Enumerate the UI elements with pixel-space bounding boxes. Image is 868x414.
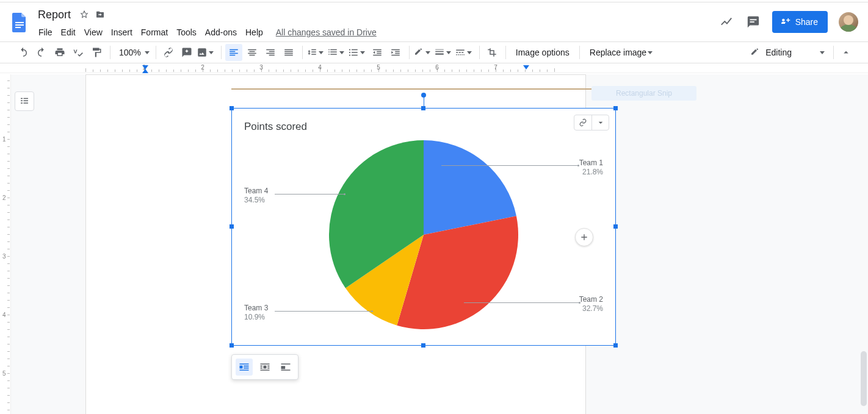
svg-rect-2 xyxy=(15,27,21,28)
insert-image-button[interactable] xyxy=(197,44,216,61)
numbered-list-button[interactable] xyxy=(327,44,347,61)
separator xyxy=(833,46,834,59)
selected-chart-object[interactable]: Points scored Team 121.8% Team 232.7% xyxy=(231,108,616,346)
rotation-handle[interactable] xyxy=(421,93,426,98)
bulleted-list-button[interactable] xyxy=(348,44,367,61)
svg-point-7 xyxy=(349,54,350,55)
align-justify-button[interactable] xyxy=(280,44,297,61)
separator xyxy=(302,46,303,59)
svg-point-5 xyxy=(349,49,350,50)
separator xyxy=(221,46,222,59)
collapse-toolbar-button[interactable] xyxy=(837,44,855,61)
image-options-button[interactable]: Image options xyxy=(510,44,576,61)
resize-handle-bm[interactable] xyxy=(421,343,425,348)
zoom-select[interactable]: 100% xyxy=(114,48,152,57)
align-center-button[interactable] xyxy=(244,44,261,61)
snip-label: Rectangular Snip xyxy=(616,89,672,98)
menu-insert[interactable]: Insert xyxy=(107,25,137,40)
align-right-button[interactable] xyxy=(262,44,279,61)
menu-bar: File Edit View Insert Format Tools Add-o… xyxy=(34,24,377,40)
comments-icon[interactable] xyxy=(745,14,761,30)
border-dash-button[interactable] xyxy=(455,44,474,61)
toolbar: 100% Image options Replace image Editing xyxy=(0,41,868,63)
slice-label-team2: Team 232.7% xyxy=(579,295,603,313)
separator xyxy=(156,46,156,59)
menu-edit[interactable]: Edit xyxy=(57,25,80,40)
slice-label-team1: Team 121.8% xyxy=(579,159,603,177)
leader-line xyxy=(464,302,580,303)
spellcheck-button[interactable] xyxy=(70,44,87,61)
separator xyxy=(479,46,480,59)
svg-point-6 xyxy=(349,52,350,53)
chevron-down-icon xyxy=(209,51,214,54)
chevron-down-icon xyxy=(648,51,653,54)
move-icon[interactable] xyxy=(94,9,106,21)
chevron-down-icon xyxy=(145,51,150,54)
paint-format-button[interactable] xyxy=(88,44,105,61)
account-avatar[interactable] xyxy=(839,12,858,32)
outline-panel xyxy=(15,91,39,111)
svg-rect-4 xyxy=(750,21,754,23)
zoom-value: 100% xyxy=(119,48,141,57)
insert-link-button[interactable] xyxy=(160,44,177,61)
menu-file[interactable]: File xyxy=(34,25,57,40)
wrap-text-button[interactable] xyxy=(256,359,273,376)
print-button[interactable] xyxy=(51,44,68,61)
undo-button[interactable] xyxy=(15,44,32,61)
resize-handle-mr[interactable] xyxy=(613,224,618,229)
resize-handle-tm[interactable] xyxy=(421,106,425,110)
mode-select[interactable]: Editing xyxy=(745,47,830,58)
resize-handle-tl[interactable] xyxy=(230,106,234,110)
leader-line xyxy=(275,311,372,312)
inline-wrap-button[interactable] xyxy=(236,359,253,376)
menu-addons[interactable]: Add-ons xyxy=(201,25,241,40)
border-weight-button[interactable] xyxy=(434,44,454,61)
replace-image-button[interactable]: Replace image xyxy=(584,44,659,61)
line-spacing-button[interactable] xyxy=(306,44,326,61)
add-comment-fab[interactable] xyxy=(575,228,593,246)
separator xyxy=(110,46,110,59)
share-label: Share xyxy=(795,17,818,27)
border-color-button[interactable] xyxy=(413,44,433,61)
leader-line xyxy=(441,165,579,166)
chevron-down-icon xyxy=(319,51,324,54)
chart-options-icon[interactable] xyxy=(591,115,609,130)
resize-handle-ml[interactable] xyxy=(230,224,234,229)
indent-decrease-button[interactable] xyxy=(369,44,386,61)
resize-handle-bl[interactable] xyxy=(230,343,234,348)
resize-handle-tr[interactable] xyxy=(613,106,618,110)
vertical-ruler[interactable]: 12345 xyxy=(0,74,11,414)
separator xyxy=(409,46,410,59)
redo-button[interactable] xyxy=(33,44,50,61)
break-text-button[interactable] xyxy=(277,359,294,376)
document-page[interactable]: Rectangular Snip Points scored xyxy=(85,74,586,414)
align-left-button[interactable] xyxy=(225,44,242,61)
menu-help[interactable]: Help xyxy=(241,25,267,40)
activity-icon[interactable] xyxy=(718,14,734,30)
replace-image-label: Replace image xyxy=(590,48,646,57)
crop-button[interactable] xyxy=(483,44,501,61)
workspace: 12345 Rectangular Snip Points scored xyxy=(0,74,868,414)
indent-increase-button[interactable] xyxy=(387,44,404,61)
menu-tools[interactable]: Tools xyxy=(172,25,201,40)
outline-toggle-button[interactable] xyxy=(15,91,34,111)
svg-rect-0 xyxy=(15,22,24,23)
slice-label-team4: Team 434.5% xyxy=(244,187,268,205)
scrollbar-thumb[interactable] xyxy=(861,351,867,406)
chevron-down-icon xyxy=(446,51,451,54)
docs-logo[interactable] xyxy=(7,6,32,39)
resize-handle-br[interactable] xyxy=(613,343,618,348)
add-comment-button[interactable] xyxy=(178,44,195,61)
menu-view[interactable]: View xyxy=(80,25,107,40)
horizontal-rule xyxy=(231,88,620,90)
linked-chart-icon[interactable] xyxy=(574,115,591,130)
save-status[interactable]: All changes saved in Drive xyxy=(276,27,377,37)
share-button[interactable]: Share xyxy=(772,11,828,33)
chevron-down-icon xyxy=(339,51,344,54)
menu-format[interactable]: Format xyxy=(137,25,172,40)
horizontal-ruler[interactable]: 1234567 xyxy=(0,63,868,73)
svg-rect-1 xyxy=(15,24,24,26)
doc-title[interactable]: Report xyxy=(34,7,74,23)
star-icon[interactable] xyxy=(78,9,90,21)
mode-label: Editing xyxy=(765,48,792,57)
